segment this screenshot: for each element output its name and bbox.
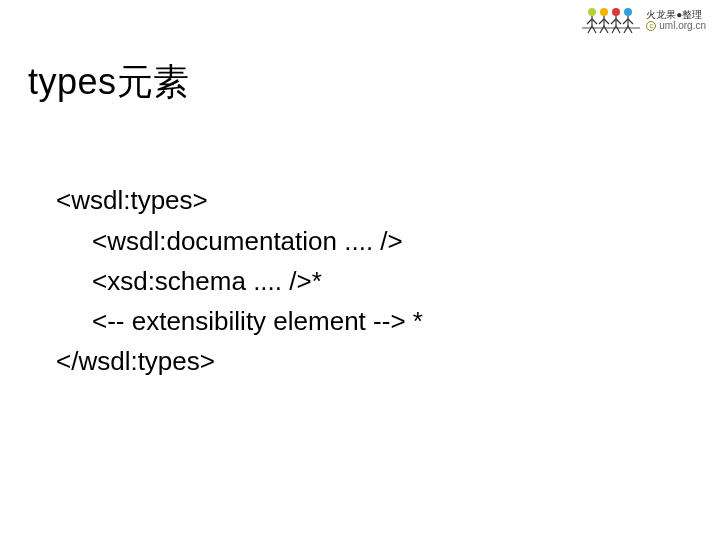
svg-line-9 xyxy=(599,19,604,24)
slide-title: types元素 xyxy=(28,58,190,107)
watermark-brand: 火龙果●整理 xyxy=(646,9,706,21)
code-line-3: <xsd:schema .... />* xyxy=(56,261,423,301)
svg-point-7 xyxy=(600,8,608,16)
watermark-logo xyxy=(582,6,640,34)
svg-line-16 xyxy=(616,19,621,24)
watermark-text: 火龙果●整理 c uml.org.cn xyxy=(646,9,706,32)
svg-line-5 xyxy=(588,26,592,33)
svg-line-24 xyxy=(628,26,632,33)
svg-line-3 xyxy=(587,19,592,24)
code-line-4: <-- extensibility element --> * xyxy=(56,301,423,341)
svg-point-13 xyxy=(612,8,620,16)
svg-line-23 xyxy=(624,26,628,33)
svg-point-1 xyxy=(588,8,596,16)
svg-line-4 xyxy=(592,19,597,24)
code-line-2: <wsdl:documentation .... /> xyxy=(56,221,423,261)
svg-line-15 xyxy=(611,19,616,24)
svg-line-6 xyxy=(592,26,596,33)
code-line-1: <wsdl:types> xyxy=(56,185,208,215)
svg-line-21 xyxy=(623,19,628,24)
svg-line-12 xyxy=(604,26,608,33)
svg-line-11 xyxy=(600,26,604,33)
code-block: <wsdl:types> <wsdl:documentation .... />… xyxy=(56,140,423,422)
svg-line-18 xyxy=(616,26,620,33)
svg-line-17 xyxy=(612,26,616,33)
watermark-site: uml.org.cn xyxy=(659,20,706,32)
svg-point-19 xyxy=(624,8,632,16)
watermark: 火龙果●整理 c uml.org.cn xyxy=(582,6,706,34)
cc-icon: c xyxy=(646,21,656,31)
svg-line-10 xyxy=(604,19,609,24)
svg-line-22 xyxy=(628,19,633,24)
code-line-5: </wsdl:types> xyxy=(56,346,215,376)
